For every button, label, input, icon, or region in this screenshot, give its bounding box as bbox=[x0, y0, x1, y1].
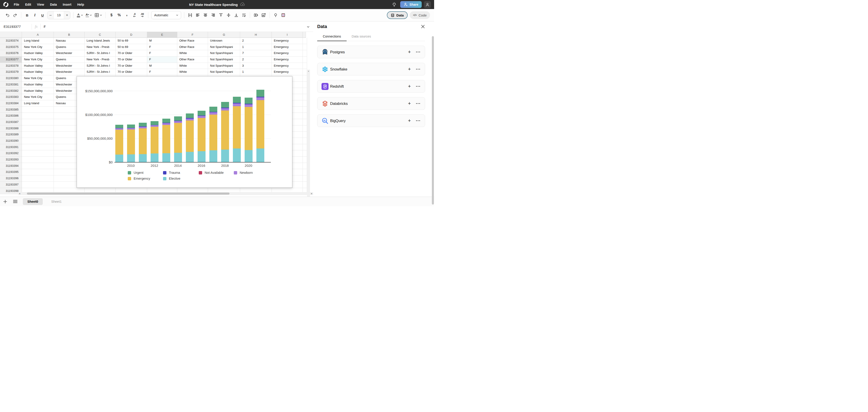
grid-cell-D31193379[interactable]: 70 or Older bbox=[116, 69, 147, 75]
add-sheet-button[interactable] bbox=[3, 199, 7, 203]
grid-cell-F31193376[interactable]: White bbox=[177, 50, 208, 57]
scroll-up-icon[interactable]: ▲ bbox=[307, 70, 310, 72]
column-header-F[interactable]: F bbox=[177, 32, 208, 38]
grid-cell-A31193396[interactable] bbox=[22, 176, 54, 182]
grid-cell-partial[interactable] bbox=[303, 100, 307, 107]
add-connection-query-button[interactable]: + bbox=[408, 66, 411, 72]
grid-cell-partial[interactable] bbox=[303, 157, 307, 163]
grid-corner[interactable] bbox=[0, 32, 22, 38]
grid-cell-partial[interactable] bbox=[303, 163, 307, 169]
grid-cell-partial[interactable] bbox=[303, 119, 307, 125]
grid-cell-A31193388[interactable] bbox=[22, 125, 54, 132]
add-connection-query-button[interactable]: + bbox=[408, 84, 411, 89]
scroll-right-icon[interactable]: ▶ bbox=[311, 192, 312, 195]
row-header[interactable]: 31193394 bbox=[0, 163, 22, 169]
column-header-A[interactable]: A bbox=[22, 32, 54, 38]
grid-cell-I31193374[interactable]: Emergency bbox=[272, 38, 303, 44]
row-header[interactable]: 31193376 bbox=[0, 50, 22, 57]
feedback-lightbulb-icon[interactable] bbox=[390, 1, 398, 8]
grid-cell-G31193375[interactable]: Not Span/Hispani bbox=[208, 44, 240, 51]
grid-cell-I31193379[interactable]: Emergency bbox=[272, 69, 303, 75]
panel-scrollbar[interactable] bbox=[432, 36, 434, 204]
undo-button[interactable] bbox=[4, 11, 11, 19]
grid-cell-C31193377[interactable]: New York - Presb bbox=[85, 57, 116, 63]
grid-cell-A31193390[interactable] bbox=[22, 138, 54, 144]
grid-cell-partial[interactable] bbox=[303, 176, 307, 182]
grid-cell-G31193379[interactable]: Not Span/Hispani bbox=[208, 69, 240, 75]
row-header[interactable]: 31193384 bbox=[0, 100, 22, 107]
column-header-E[interactable]: E bbox=[147, 32, 177, 38]
grid-cell-F31193377[interactable]: Other Race bbox=[177, 57, 208, 63]
grid-cell-partial[interactable] bbox=[303, 63, 307, 69]
grid-cell-E31193377[interactable]: F bbox=[147, 57, 177, 63]
connection-card-postgres[interactable]: Postgres+ bbox=[317, 46, 425, 58]
app-logo-icon[interactable] bbox=[3, 1, 9, 8]
grid-cell-E31193376[interactable]: F bbox=[147, 50, 177, 57]
table-format-button[interactable] bbox=[280, 11, 287, 19]
row-header[interactable]: 31193379 bbox=[0, 69, 22, 75]
grid-cell-H31193375[interactable]: 1 bbox=[240, 44, 272, 51]
grid-cell-I31193377[interactable]: Emergency bbox=[272, 57, 303, 63]
grid-cell-B31193377[interactable]: Queens bbox=[54, 57, 85, 63]
grid-cell-H31193376[interactable]: 7 bbox=[240, 50, 272, 57]
grid-cell-B31193378[interactable]: Westchester bbox=[54, 63, 85, 69]
grid-cell-A31193397[interactable] bbox=[22, 182, 54, 188]
row-header[interactable]: 31193388 bbox=[0, 125, 22, 132]
grid-cell-G31193378[interactable]: Not Span/Hispani bbox=[208, 63, 240, 69]
grid-cell-partial[interactable] bbox=[303, 94, 307, 100]
valign-bottom-button[interactable] bbox=[232, 11, 240, 19]
grid-cell-D31193376[interactable]: 70 or Older bbox=[116, 50, 147, 57]
row-header[interactable]: 31193385 bbox=[0, 107, 22, 113]
grid-cell-partial[interactable] bbox=[303, 125, 307, 132]
grid-cell-partial[interactable] bbox=[303, 150, 307, 157]
menu-data[interactable]: Data bbox=[47, 3, 60, 6]
row-header[interactable]: 31193395 bbox=[0, 169, 22, 176]
grid-cell-A31193380[interactable]: New York City bbox=[22, 75, 54, 82]
align-right-button[interactable] bbox=[210, 11, 217, 19]
grid-cell-F31193378[interactable]: White bbox=[177, 63, 208, 69]
percent-button[interactable]: % bbox=[116, 11, 123, 19]
vertical-scrollbar[interactable]: ▲ ▼ bbox=[307, 70, 310, 197]
tab-connections[interactable]: Connections bbox=[317, 35, 347, 41]
cell-reference[interactable]: E31193377 bbox=[0, 25, 32, 29]
number-format-dropdown[interactable]: Automatic bbox=[151, 11, 181, 19]
row-header[interactable]: 31193392 bbox=[0, 150, 22, 157]
align-left-button[interactable] bbox=[194, 11, 202, 19]
formula-bar-expand-chevron-icon[interactable] bbox=[307, 25, 310, 29]
grid-cell-A31193391[interactable] bbox=[22, 144, 54, 151]
row-header[interactable]: 31193383 bbox=[0, 94, 22, 100]
grid-cell-A31193381[interactable]: Hudson Valley bbox=[22, 82, 54, 88]
row-header[interactable]: 31193375 bbox=[0, 44, 22, 51]
grid-cell-F31193379[interactable]: White bbox=[177, 69, 208, 75]
grid-cell-partial[interactable] bbox=[303, 169, 307, 176]
horizontal-scrollbar[interactable]: ◀ ▶ bbox=[18, 192, 313, 195]
row-header[interactable]: 31193396 bbox=[0, 176, 22, 182]
align-center-button[interactable] bbox=[202, 11, 209, 19]
grid-cell-D31193375[interactable]: 50 to 69 bbox=[116, 44, 147, 51]
row-header[interactable]: 31193381 bbox=[0, 82, 22, 88]
grid-cell-A31193383[interactable]: New York City bbox=[22, 94, 54, 100]
redo-button[interactable] bbox=[11, 11, 19, 19]
row-header[interactable]: 31193387 bbox=[0, 119, 22, 125]
grid-cell-H31193378[interactable]: 3 bbox=[240, 63, 272, 69]
menu-help[interactable]: Help bbox=[74, 3, 87, 6]
bold-button[interactable]: B bbox=[24, 11, 31, 19]
text-color-button[interactable]: A bbox=[76, 11, 84, 19]
filter-button[interactable] bbox=[272, 11, 279, 19]
grid-cell-partial[interactable] bbox=[303, 69, 307, 75]
grid-cell-H31193377[interactable]: 2 bbox=[240, 57, 272, 63]
insert-chart-button[interactable] bbox=[260, 11, 267, 19]
grid-cell-partial[interactable] bbox=[303, 138, 307, 144]
grid-cell-D31193378[interactable]: 70 or Older bbox=[116, 63, 147, 69]
grid-cell-F31193374[interactable]: Other Race bbox=[177, 38, 208, 44]
grid-cell-A31193375[interactable]: New York City bbox=[22, 44, 54, 51]
grid-cell-F31193375[interactable]: Other Race bbox=[177, 44, 208, 51]
grid-cell-G31193377[interactable]: Not Span/Hispani bbox=[208, 57, 240, 63]
merge-cells-button[interactable] bbox=[187, 11, 194, 19]
menu-insert[interactable]: Insert bbox=[60, 3, 74, 6]
grid-cell-partial[interactable] bbox=[303, 82, 307, 88]
grid-cell-A31193394[interactable] bbox=[22, 163, 54, 169]
valign-top-button[interactable] bbox=[217, 11, 224, 19]
sheet-tab-sheet1[interactable]: Sheet1 bbox=[47, 198, 66, 205]
column-header-C[interactable]: C bbox=[85, 32, 116, 38]
